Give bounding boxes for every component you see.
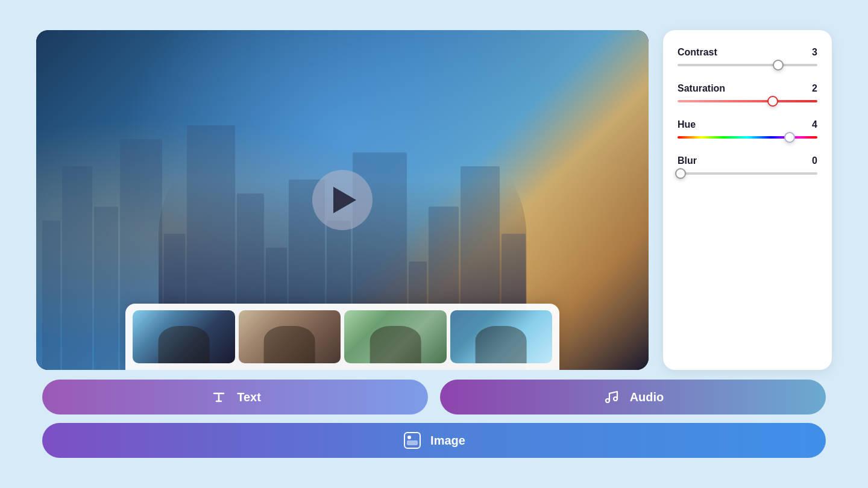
bottom-buttons: Text Audio — [36, 380, 832, 458]
contrast-control: Contrast 3 — [678, 47, 817, 66]
text-button[interactable]: Text — [42, 380, 428, 414]
main-container: Contrast 3 Saturation 2 — [24, 18, 844, 470]
saturation-label-row: Saturation 2 — [678, 83, 817, 94]
svg-point-0 — [606, 399, 609, 402]
video-section — [36, 30, 649, 370]
audio-button[interactable]: Audio — [440, 380, 826, 414]
image-icon — [403, 431, 422, 450]
blur-label: Blur — [678, 155, 697, 166]
audio-icon — [602, 387, 621, 407]
contrast-slider-thumb[interactable] — [773, 60, 784, 70]
contrast-label: Contrast — [678, 47, 717, 58]
music-note-icon — [604, 390, 620, 404]
blur-slider-thumb[interactable] — [675, 168, 686, 179]
hue-slider-thumb[interactable] — [784, 132, 795, 143]
hue-slider-track[interactable] — [678, 136, 817, 139]
building — [42, 221, 60, 370]
thumbnail-4[interactable] — [450, 310, 553, 363]
hue-value: 4 — [812, 119, 817, 130]
building — [62, 166, 92, 370]
thumbnail-3[interactable] — [344, 310, 447, 363]
hue-label-row: Hue 4 — [678, 119, 817, 130]
play-button[interactable] — [312, 170, 373, 230]
top-row: Contrast 3 Saturation 2 — [36, 30, 832, 370]
controls-panel: Contrast 3 Saturation 2 — [663, 30, 832, 370]
svg-point-1 — [614, 397, 617, 401]
saturation-control: Saturation 2 — [678, 83, 817, 102]
saturation-slider-track[interactable] — [678, 100, 817, 102]
saturation-slider-thumb[interactable] — [767, 96, 778, 107]
thumb-person-3 — [370, 326, 421, 363]
image-button-label: Image — [430, 434, 465, 448]
hue-control: Hue 4 — [678, 119, 817, 139]
blur-value: 0 — [812, 155, 817, 166]
thumb-person-2 — [264, 326, 315, 363]
thumbnail-strip — [125, 304, 559, 370]
text-icon — [209, 387, 228, 407]
contrast-value: 3 — [812, 47, 817, 58]
image-button[interactable]: Image — [42, 423, 826, 458]
saturation-label: Saturation — [678, 83, 725, 94]
saturation-value: 2 — [812, 83, 817, 94]
blur-slider-track[interactable] — [678, 172, 817, 175]
blur-control: Blur 0 — [678, 155, 817, 175]
building — [94, 207, 118, 370]
contrast-slider-track[interactable] — [678, 64, 817, 66]
audio-button-label: Audio — [630, 390, 664, 404]
thumbnail-1[interactable] — [133, 310, 235, 363]
button-row-2: Image — [42, 423, 826, 458]
contrast-label-row: Contrast 3 — [678, 47, 817, 58]
blur-label-row: Blur 0 — [678, 155, 817, 166]
hue-label: Hue — [678, 119, 696, 130]
t-icon — [212, 390, 226, 404]
thumb-person-1 — [158, 326, 209, 363]
button-row-1: Text Audio — [42, 380, 826, 414]
image-icon-box — [404, 432, 421, 449]
play-icon — [333, 187, 356, 213]
text-button-label: Text — [237, 390, 261, 404]
thumb-person-4 — [476, 326, 527, 363]
thumbnail-2[interactable] — [239, 310, 341, 363]
image-icon-dot — [407, 436, 411, 439]
